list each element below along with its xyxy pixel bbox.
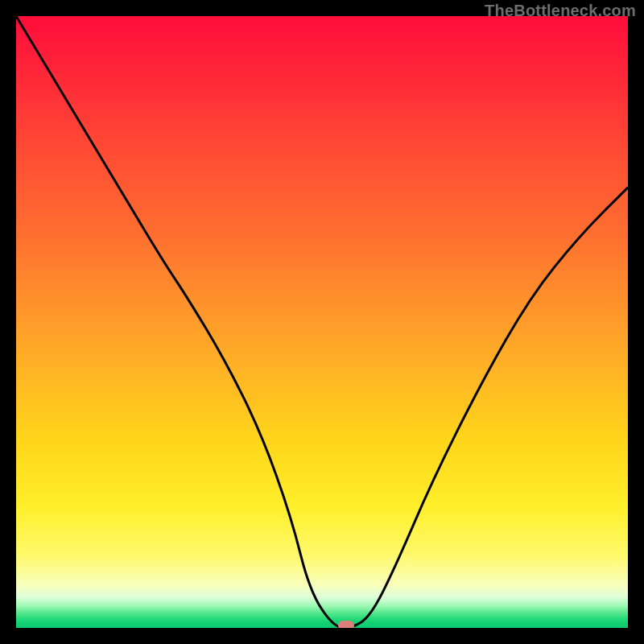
credit-label: TheBottleneck.com <box>485 2 636 20</box>
optimal-point-marker <box>338 621 354 628</box>
bottleneck-curve <box>16 16 628 628</box>
plot-area <box>16 16 628 628</box>
chart-frame: TheBottleneck.com <box>0 0 644 644</box>
bottleneck-curve-path <box>16 16 628 628</box>
